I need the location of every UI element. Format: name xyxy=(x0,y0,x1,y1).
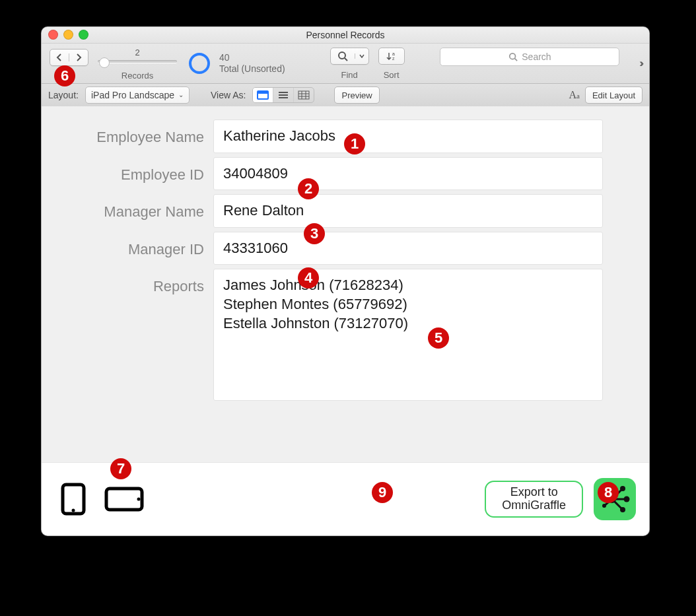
svg-point-19 xyxy=(137,498,141,501)
quick-search-input[interactable]: Search xyxy=(440,48,619,66)
manager-id-field[interactable]: 43331060 xyxy=(213,232,603,265)
search-placeholder: Search xyxy=(522,51,551,62)
view-form-button[interactable] xyxy=(253,88,273,102)
chevron-down-icon xyxy=(359,53,365,59)
toolbar-overflow-button[interactable]: ›› xyxy=(639,57,641,69)
titlebar: Personnel Records xyxy=(42,27,649,44)
callout-4: 4 xyxy=(298,267,319,289)
reports-field[interactable]: James Johnson (71628234) Stephen Montes … xyxy=(213,269,603,401)
edit-layout-label: Edit Layout xyxy=(592,90,635,100)
view-table-button[interactable] xyxy=(293,88,314,102)
sort-icon: a z xyxy=(386,51,398,61)
employee-name-label: Employee Name xyxy=(42,120,213,146)
record-number[interactable]: 2 xyxy=(135,46,139,59)
employee-id-field[interactable]: 34004809 xyxy=(213,157,603,191)
layout-popup-value: iPad Pro Landscape xyxy=(91,90,174,100)
employee-id-label: Employee ID xyxy=(42,157,213,184)
view-mode-buttons xyxy=(252,87,314,103)
edit-layout-button[interactable]: Edit Layout xyxy=(585,86,643,104)
traffic-lights xyxy=(48,30,88,40)
record-slider-track[interactable] xyxy=(98,59,177,69)
minimize-window-button[interactable] xyxy=(63,30,73,40)
svg-point-4 xyxy=(510,53,516,59)
list-view-icon xyxy=(277,90,289,100)
preview-button[interactable]: Preview xyxy=(334,86,379,104)
device-icons xyxy=(55,481,146,518)
layoutbar: Layout: iPad Pro Landscape ⌄ View As: Pr… xyxy=(42,84,649,107)
find-button[interactable] xyxy=(331,51,355,61)
callout-6: 6 xyxy=(54,65,75,86)
reports-label: Reports xyxy=(42,269,213,295)
record-slider: 2 Records xyxy=(98,46,177,81)
svg-rect-7 xyxy=(258,91,268,94)
view-list-button[interactable] xyxy=(273,88,293,102)
svg-point-0 xyxy=(339,52,345,59)
svg-text:a: a xyxy=(392,51,395,56)
export-label-line2: OmniGraffle xyxy=(502,499,566,512)
svg-line-5 xyxy=(515,59,518,61)
export-label-line1: Export to xyxy=(502,486,566,499)
total-label: Total (Unsorted) xyxy=(219,63,285,75)
prev-record-button[interactable] xyxy=(50,53,69,61)
callout-3: 3 xyxy=(304,223,325,244)
record-totals: 40 Total (Unsorted) xyxy=(219,52,285,75)
svg-text:z: z xyxy=(392,56,395,61)
find-menu-button[interactable] xyxy=(355,53,368,59)
toolbar: 2 Records 40 Total (Unsorted) Find xyxy=(42,44,649,84)
preview-button-label: Preview xyxy=(341,90,372,100)
chevron-down-icon: ⌄ xyxy=(178,92,184,98)
records-label: Records xyxy=(122,71,153,81)
text-format-button[interactable]: Aa xyxy=(569,89,580,101)
form-view-icon xyxy=(257,90,269,100)
window-title: Personnel Records xyxy=(306,30,384,40)
employee-name-field[interactable]: Katherine Jacobs xyxy=(213,120,603,153)
find-label: Find xyxy=(341,70,357,80)
layout-label: Layout: xyxy=(48,90,79,100)
table-view-icon xyxy=(298,90,310,100)
close-window-button[interactable] xyxy=(48,30,58,40)
callout-8: 8 xyxy=(598,482,619,503)
total-count: 40 xyxy=(219,52,285,63)
footer: Export to OmniGraffle xyxy=(42,462,649,535)
export-to-omnigraffle-button[interactable]: Export to OmniGraffle xyxy=(485,481,583,518)
search-icon xyxy=(508,52,518,61)
callout-1: 1 xyxy=(344,133,365,154)
manager-id-label: Manager ID xyxy=(42,232,213,258)
zoom-window-button[interactable] xyxy=(79,30,88,40)
svg-rect-18 xyxy=(106,489,142,510)
svg-rect-11 xyxy=(298,91,309,99)
callout-5: 5 xyxy=(428,327,449,349)
filemaker-window: Personnel Records 2 Records xyxy=(41,26,650,536)
layout-popup[interactable]: iPad Pro Landscape ⌄ xyxy=(85,86,190,104)
svg-line-1 xyxy=(345,58,347,61)
callout-2: 2 xyxy=(298,178,319,199)
sort-button[interactable]: a z xyxy=(378,48,405,65)
sort-label: Sort xyxy=(384,70,400,80)
ipad-landscape-icon[interactable] xyxy=(102,483,146,515)
next-record-button[interactable] xyxy=(69,53,88,61)
find-button-group xyxy=(330,48,369,65)
form-content: Employee Name Katherine Jacobs Employee … xyxy=(42,106,649,463)
search-icon xyxy=(337,51,348,61)
manager-name-label: Manager Name xyxy=(42,194,213,221)
callout-9: 9 xyxy=(372,482,393,503)
viewas-label: View As: xyxy=(211,90,246,100)
manager-name-field[interactable]: Rene Dalton xyxy=(213,194,603,228)
svg-point-17 xyxy=(72,509,75,512)
callout-7: 7 xyxy=(110,458,131,479)
ipad-portrait-icon[interactable] xyxy=(55,481,92,518)
record-nav-buttons xyxy=(50,49,88,66)
found-set-pie-icon[interactable] xyxy=(189,53,210,74)
